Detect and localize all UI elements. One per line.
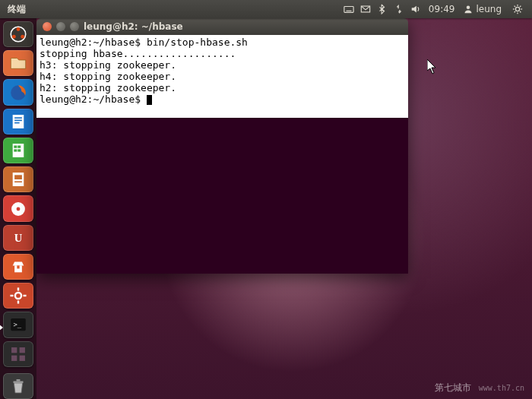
terminal-output[interactable]: leung@h2:~/hbase$ bin/stop-hbase.sh stop… [36, 35, 408, 118]
user-icon [464, 5, 473, 14]
svg-text:>_: >_ [14, 321, 22, 329]
svg-line-9 [515, 6, 515, 7]
svg-text:U: U [14, 232, 23, 244]
top-panel: 终端 09:49 leung [0, 0, 532, 18]
launcher-impress[interactable] [3, 166, 33, 192]
svg-rect-29 [14, 182, 22, 183]
bluetooth-indicator[interactable] [374, 0, 391, 18]
svg-point-15 [12, 35, 16, 39]
sound-indicator[interactable] [407, 0, 424, 18]
svg-point-35 [15, 293, 21, 299]
terminal-window[interactable]: leung@h2: ~/hbase leung@h2:~/hbase$ bin/… [36, 18, 408, 274]
keyboard-indicator[interactable] [340, 0, 357, 18]
launcher-ubuntu-one[interactable]: U [3, 225, 33, 251]
svg-line-10 [520, 11, 521, 12]
unity-launcher: U>_ [0, 18, 36, 399]
window-close-button[interactable] [43, 22, 52, 31]
svg-rect-42 [11, 347, 17, 353]
svg-rect-1 [346, 11, 351, 11]
window-title: leung@h2: ~/hbase [84, 21, 183, 32]
username-label: leung [476, 4, 502, 14]
watermark-url: www.th7.cn [479, 384, 524, 392]
svg-rect-46 [14, 381, 24, 382]
network-indicator[interactable] [391, 0, 407, 18]
svg-line-11 [515, 11, 515, 12]
launcher-calc[interactable] [3, 138, 33, 163]
svg-rect-25 [14, 149, 17, 151]
svg-point-3 [467, 6, 470, 10]
svg-rect-44 [11, 355, 17, 360]
svg-rect-20 [14, 119, 22, 121]
svg-rect-28 [14, 176, 22, 180]
launcher-files[interactable] [3, 50, 33, 76]
svg-rect-18 [13, 115, 24, 128]
svg-point-31 [17, 207, 21, 211]
svg-rect-45 [20, 355, 25, 360]
svg-point-16 [21, 35, 24, 39]
terminal-cursor [147, 95, 152, 105]
svg-point-14 [17, 27, 21, 31]
launcher-workspace[interactable] [3, 341, 33, 367]
svg-rect-24 [17, 146, 21, 148]
launcher-software-center[interactable] [3, 254, 33, 280]
svg-rect-26 [17, 149, 21, 151]
launcher-terminal[interactable]: >_ [3, 312, 33, 337]
user-menu[interactable]: leung [459, 4, 506, 14]
window-maximize-button[interactable] [70, 22, 79, 31]
svg-point-4 [515, 7, 519, 11]
launcher-writer[interactable] [3, 109, 33, 135]
clock[interactable]: 09:49 [424, 4, 460, 14]
svg-rect-19 [14, 117, 22, 119]
svg-rect-21 [14, 122, 20, 124]
mouse-cursor [427, 59, 438, 78]
svg-rect-34 [17, 265, 19, 268]
window-minimize-button[interactable] [56, 22, 65, 31]
launcher-settings[interactable] [3, 283, 33, 309]
svg-rect-47 [17, 379, 21, 381]
terminal-body[interactable]: leung@h2:~/hbase$ bin/stop-hbase.sh stop… [36, 35, 408, 274]
mail-indicator[interactable] [357, 0, 374, 18]
window-titlebar[interactable]: leung@h2: ~/hbase [36, 18, 408, 35]
launcher-trash[interactable] [3, 373, 33, 399]
active-app-label: 终端 [0, 3, 33, 16]
session-menu[interactable] [506, 0, 532, 18]
watermark: 第七城市 www.th7.cn [435, 382, 524, 394]
watermark-text: 第七城市 [435, 382, 471, 394]
launcher-media[interactable] [3, 195, 33, 221]
svg-line-12 [520, 6, 521, 7]
svg-rect-0 [344, 7, 353, 13]
launcher-firefox[interactable] [3, 79, 33, 105]
svg-rect-23 [14, 146, 17, 148]
svg-rect-43 [20, 347, 25, 353]
launcher-dash[interactable] [3, 21, 33, 47]
